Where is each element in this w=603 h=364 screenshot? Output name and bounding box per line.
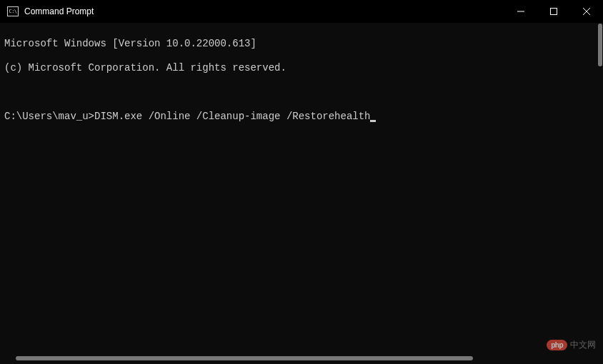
terminal-body[interactable]: Microsoft Windows [Version 10.0.22000.61… bbox=[0, 23, 603, 364]
output-line: Microsoft Windows [Version 10.0.22000.61… bbox=[4, 38, 599, 50]
prompt-line: C:\Users\mav_u>DISM.exe /Online /Cleanup… bbox=[4, 111, 599, 123]
minimize-icon bbox=[517, 8, 524, 15]
maximize-icon bbox=[550, 8, 557, 15]
app-icon-text: C:\ bbox=[9, 9, 16, 14]
horizontal-scrollbar-thumb[interactable] bbox=[16, 356, 473, 360]
text-cursor bbox=[370, 120, 376, 122]
window-controls bbox=[504, 0, 603, 23]
window-title: Command Prompt bbox=[24, 6, 94, 16]
maximize-button[interactable] bbox=[537, 0, 570, 23]
titlebar: C:\ Command Prompt bbox=[0, 0, 603, 23]
close-button[interactable] bbox=[570, 0, 603, 23]
titlebar-left: C:\ Command Prompt bbox=[7, 6, 94, 16]
svg-rect-1 bbox=[551, 9, 557, 15]
close-icon bbox=[583, 8, 590, 15]
command-prompt-icon: C:\ bbox=[7, 6, 19, 16]
vertical-scrollbar[interactable] bbox=[598, 24, 602, 66]
minimize-button[interactable] bbox=[504, 0, 537, 23]
output-line: (c) Microsoft Corporation. All rights re… bbox=[4, 62, 599, 74]
horizontal-scrollbar-track[interactable] bbox=[4, 355, 589, 361]
blank-line bbox=[4, 86, 599, 98]
typed-command: DISM.exe /Online /Cleanup-image /Restore… bbox=[94, 111, 370, 122]
prompt-path: C:\Users\mav_u> bbox=[4, 111, 94, 122]
